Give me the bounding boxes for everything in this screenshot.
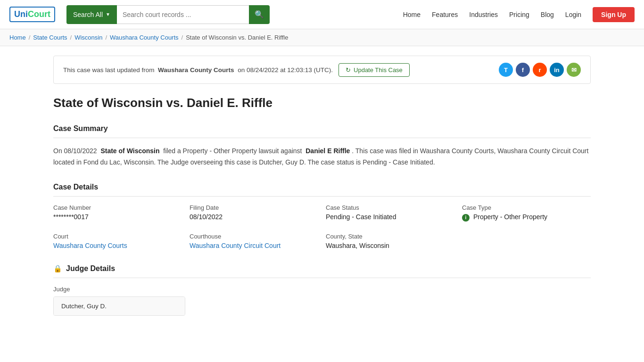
breadcrumb: Home / State Courts / Wisconsin / Wausha…: [0, 29, 644, 46]
case-status-value: Pending - Case Initiated: [326, 213, 454, 221]
judge-table: Dutcher, Guy D.: [53, 296, 185, 316]
search-bar: Search All ▼ 🔍: [66, 5, 270, 24]
judge-section-label: Judge Details: [66, 264, 115, 273]
breadcrumb-home[interactable]: Home: [9, 34, 26, 41]
filing-date-value: 08/10/2022: [190, 213, 318, 221]
court-value: Waushara County Courts: [53, 242, 182, 249]
judge-section: 🔒 Judge Details Judge Dutcher, Guy D.: [53, 264, 591, 316]
update-text-prefix: This case was last updated from: [63, 66, 155, 74]
nav-features[interactable]: Features: [432, 11, 458, 18]
case-status-label: Case Status: [326, 204, 454, 211]
court-link[interactable]: Waushara County Courts: [53, 242, 127, 249]
breadcrumb-current: State of Wisconsin vs. Daniel E. Riffle: [186, 34, 288, 41]
case-title: State of Wisconsin vs. Daniel E. Riffle: [53, 95, 591, 111]
courthouse-label: Courthouse: [190, 233, 318, 240]
nav-login[interactable]: Login: [565, 11, 581, 18]
judge-details-header: 🔒 Judge Details: [53, 264, 591, 278]
detail-case-number: Case Number ********0017: [53, 204, 182, 221]
case-details-header: Case Details: [53, 183, 591, 197]
detail-court: Court Waushara County Courts: [53, 233, 182, 249]
nav-industries[interactable]: Industries: [469, 11, 498, 18]
chevron-down-icon: ▼: [106, 12, 110, 17]
summary-defendant: Daniel E Riffle: [305, 147, 350, 155]
update-case-button[interactable]: ↻ Update This Case: [339, 63, 410, 77]
case-details-section: Case Details Case Number ********0017 Fi…: [53, 183, 591, 249]
judge-label: Judge: [53, 286, 591, 293]
breadcrumb-sep-2: /: [70, 34, 72, 41]
linkedin-icon[interactable]: in: [550, 63, 564, 77]
detail-county-state: County, State Waushara, Wisconsin: [326, 233, 454, 249]
lock-icon: 🔒: [53, 264, 62, 273]
reddit-icon[interactable]: r: [533, 63, 547, 77]
header: UniCourt Search All ▼ 🔍 Home Features In…: [0, 0, 644, 29]
summary-date: On 08/10/2022: [53, 147, 97, 155]
court-label: Court: [53, 233, 182, 240]
case-number-label: Case Number: [53, 204, 182, 211]
search-icon: 🔍: [255, 10, 264, 19]
courthouse-link[interactable]: Waushara County Circuit Court: [190, 242, 281, 249]
search-all-label: Search All: [73, 11, 103, 18]
case-type-label: Case Type: [462, 204, 591, 211]
case-summary-header: Case Summary: [53, 124, 591, 138]
breadcrumb-sep-4: /: [182, 34, 183, 41]
logo-text: UniCourt: [9, 7, 55, 22]
detail-case-type: Case Type i Property - Other Property: [462, 204, 591, 221]
county-state-value: Waushara, Wisconsin: [326, 242, 454, 249]
breadcrumb-waushara-courts[interactable]: Waushara County Courts: [110, 34, 178, 41]
search-input[interactable]: [117, 5, 249, 24]
detail-filing-date: Filing Date 08/10/2022: [190, 204, 318, 221]
summary-plaintiff: State of Wisconsin: [100, 147, 159, 155]
main-content: This case was last updated from Waushara…: [44, 46, 600, 340]
breadcrumb-state-courts[interactable]: State Courts: [33, 34, 67, 41]
refresh-icon: ↻: [346, 66, 351, 74]
detail-case-status: Case Status Pending - Case Initiated: [326, 204, 454, 221]
facebook-icon[interactable]: f: [516, 63, 530, 77]
breadcrumb-sep-3: /: [105, 34, 107, 41]
logo[interactable]: UniCourt: [9, 7, 55, 22]
signup-button[interactable]: Sign Up: [593, 7, 635, 22]
courthouse-value: Waushara County Circuit Court: [190, 242, 318, 249]
email-icon[interactable]: ✉: [567, 63, 581, 77]
update-notice-text: This case was last updated from Waushara…: [63, 66, 333, 74]
update-notice: This case was last updated from Waushara…: [53, 56, 591, 84]
county-state-label: County, State: [326, 233, 454, 240]
breadcrumb-wisconsin[interactable]: Wisconsin: [74, 34, 102, 41]
search-all-button[interactable]: Search All ▼: [66, 5, 117, 24]
nav-home[interactable]: Home: [403, 11, 421, 18]
main-nav: Home Features Industries Pricing Blog Lo…: [403, 7, 635, 22]
nav-blog[interactable]: Blog: [541, 11, 554, 18]
search-submit-button[interactable]: 🔍: [249, 5, 270, 24]
update-button-label: Update This Case: [354, 66, 403, 74]
social-icons: T f r in ✉: [499, 63, 581, 77]
case-details-grid: Case Number ********0017 Filing Date 08/…: [53, 204, 591, 249]
case-summary-section: Case Summary On 08/10/2022 State of Wisc…: [53, 124, 591, 168]
update-notice-left: This case was last updated from Waushara…: [63, 63, 410, 77]
update-court-name: Waushara County Courts: [158, 66, 234, 74]
twitter-icon[interactable]: T: [499, 63, 513, 77]
nav-pricing[interactable]: Pricing: [509, 11, 529, 18]
case-number-value: ********0017: [53, 213, 182, 221]
detail-courthouse: Courthouse Waushara County Circuit Court: [190, 233, 318, 249]
case-summary-text: On 08/10/2022 State of Wisconsin filed a…: [53, 146, 591, 168]
info-icon: i: [462, 214, 470, 222]
judge-name-row: Dutcher, Guy D.: [54, 297, 185, 315]
summary-mid-text: filed a Property - Other Property lawsui…: [163, 147, 302, 155]
case-type-text: Property - Other Property: [473, 213, 547, 221]
update-text-suffix: on 08/24/2022 at 12:03:13 (UTC).: [238, 66, 333, 74]
filing-date-label: Filing Date: [190, 204, 318, 211]
breadcrumb-sep-1: /: [29, 34, 31, 41]
case-type-value: i Property - Other Property: [462, 213, 591, 221]
